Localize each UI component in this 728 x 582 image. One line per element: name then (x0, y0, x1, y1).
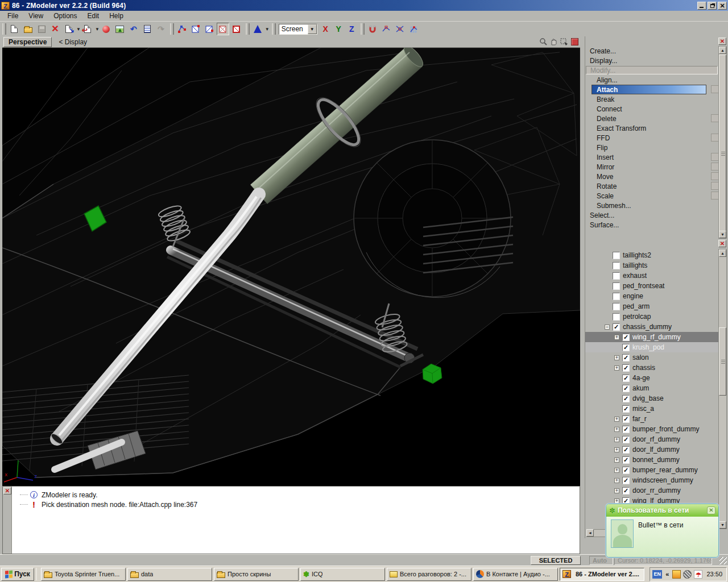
tree-item-krush_pod[interactable]: ✓krush_pod (585, 342, 719, 352)
expand-icon[interactable]: + (614, 427, 619, 432)
command-align[interactable]: Align... (585, 75, 719, 85)
command-panel-close-icon[interactable]: ✕ (718, 38, 726, 45)
task-button[interactable]: ✽ICQ (300, 568, 385, 581)
menu-file[interactable]: File (2, 11, 23, 20)
expand-icon[interactable]: + (614, 498, 619, 504)
command-insert[interactable]: Insert (585, 152, 719, 162)
popup-body[interactable]: Bullet™ в сети (606, 517, 718, 558)
menu-view[interactable]: View (23, 11, 48, 20)
tray-download-icon[interactable] (672, 570, 681, 579)
command-checkbox[interactable] (711, 134, 719, 142)
command-checkbox[interactable] (711, 114, 719, 122)
tree-item-door_rf_dummy[interactable]: +✓door_rf_dummy (585, 434, 719, 444)
expand-icon[interactable]: + (614, 365, 619, 371)
visibility-checkbox[interactable]: ✓ (622, 415, 630, 423)
scroll-down-icon[interactable]: ▼ (719, 231, 726, 238)
log-panel-close-icon[interactable]: ✕ (3, 487, 11, 494)
viewport-3d[interactable]: x z (2, 48, 580, 486)
visibility-checkbox[interactable] (613, 272, 620, 280)
tree-item-ped_frontseat[interactable]: ped_frontseat (585, 281, 719, 291)
visibility-checkbox[interactable]: ✓ (622, 334, 630, 341)
snap-grid-button[interactable] (407, 23, 420, 35)
tree-item-salon[interactable]: +✓salon (585, 352, 719, 363)
visibility-checkbox[interactable] (613, 262, 620, 269)
expand-icon[interactable]: + (614, 437, 619, 442)
visibility-checkbox[interactable]: ✓ (622, 426, 630, 433)
language-indicator[interactable]: EN (652, 570, 662, 579)
start-button[interactable]: Пуск (1, 568, 34, 581)
task-button[interactable]: В Контакте | Аудио -... (473, 568, 558, 581)
expand-icon[interactable]: + (614, 458, 619, 463)
tree-item-engine[interactable]: engine (585, 291, 719, 301)
command-select[interactable]: Select... (585, 210, 719, 220)
tree-item-chassis[interactable]: +✓chassis (585, 363, 719, 373)
expand-icon[interactable]: + (614, 335, 619, 340)
tree-item-exhaust[interactable]: exhaust (585, 271, 719, 281)
visibility-checkbox[interactable]: ✓ (622, 446, 630, 454)
tray-collapse-button[interactable]: « (664, 571, 670, 577)
restore-button[interactable] (708, 2, 717, 10)
menu-edit[interactable]: Edit (82, 11, 105, 20)
region-select-button[interactable] (559, 38, 569, 47)
command-checkbox[interactable] (711, 163, 719, 171)
tree-item-wing_rf_dummy[interactable]: +✓wing_rf_dummy (585, 332, 719, 342)
visibility-checkbox[interactable] (613, 252, 620, 259)
visibility-checkbox[interactable]: ✓ (622, 364, 630, 372)
tree-item-door_rr_dummy[interactable]: +✓door_rr_dummy (585, 485, 719, 496)
visibility-checkbox[interactable]: ✓ (622, 467, 630, 474)
notes-button[interactable] (141, 23, 154, 35)
expand-icon[interactable]: + (614, 447, 619, 452)
objects-mode-button[interactable] (230, 23, 243, 35)
visibility-checkbox[interactable]: ✓ (622, 436, 630, 443)
command-display[interactable]: Display... (585, 56, 719, 65)
command-delete[interactable]: Delete (585, 114, 719, 123)
export-button[interactable]: ↩ (81, 23, 94, 35)
toolbar-grip[interactable] (170, 23, 174, 35)
command-scale[interactable]: Scale (585, 191, 719, 201)
toolbar-grip[interactable] (246, 23, 250, 35)
close-button[interactable]: ✕ (718, 2, 727, 10)
material-editor-button[interactable] (100, 23, 113, 35)
scroll-thumb[interactable] (719, 327, 726, 396)
collapse-icon[interactable]: − (605, 325, 610, 330)
visibility-checkbox[interactable]: ✓ (613, 323, 620, 331)
axis-y-button[interactable]: Y (333, 23, 345, 35)
command-surface[interactable]: Surface... (585, 220, 719, 230)
cone-tool-button[interactable] (251, 23, 264, 35)
tree-item-taillights[interactable]: taillights (585, 260, 719, 271)
polygons-mode-button[interactable] (217, 23, 229, 35)
visibility-checkbox[interactable]: ✓ (622, 385, 630, 392)
toolbar-grip[interactable] (361, 23, 365, 35)
toolbar-grip[interactable] (272, 23, 276, 35)
viewport-mode-button[interactable]: Perspective (3, 37, 52, 47)
visibility-checkbox[interactable] (613, 313, 620, 321)
task-button[interactable]: Всего разговоров: 2 -... (387, 568, 471, 581)
tree-item-petrolcap[interactable]: petrolcap (585, 311, 719, 322)
tree-item-windscreen_dummy[interactable]: +✓windscreen_dummy (585, 475, 719, 485)
delete-button[interactable]: ✕ (49, 23, 61, 35)
tree-item-taillights2[interactable]: taillights2 (585, 250, 719, 260)
tree-item-dvig_base[interactable]: ✓dvig_base (585, 393, 719, 404)
scroll-up-icon[interactable]: ▲ (719, 47, 726, 54)
command-checkbox[interactable] (711, 85, 719, 93)
axis-x-button[interactable]: X (320, 23, 332, 35)
command-break[interactable]: Break (585, 94, 719, 104)
import-dropdown[interactable]: ▼ (76, 27, 81, 32)
open-file-button[interactable] (22, 23, 34, 35)
tree-item-bumper_rear_dummy[interactable]: +✓bumper_rear_dummy (585, 465, 719, 475)
tray-antivirus-icon[interactable]: ☂ (694, 570, 702, 579)
task-button[interactable]: Просто скрины (214, 568, 299, 581)
command-attach[interactable]: Attach (585, 85, 719, 94)
zoom-tool-button[interactable] (539, 38, 548, 47)
combo-dropdown-icon[interactable]: ▼ (308, 24, 317, 34)
scroll-left-icon[interactable]: ◄ (586, 529, 594, 537)
command-rotate[interactable]: Rotate (585, 181, 719, 191)
command-move[interactable]: Move (585, 172, 719, 181)
task-button[interactable]: Z86 - ZModeler ver 2.... (560, 568, 644, 581)
snap-vertex-button[interactable] (380, 23, 392, 35)
visibility-checkbox[interactable]: ✓ (622, 354, 630, 361)
visibility-checkbox[interactable] (613, 282, 620, 290)
cone-dropdown[interactable]: ▼ (265, 27, 270, 32)
pan-tool-button[interactable] (549, 38, 559, 47)
tree-item-misc_a[interactable]: ✓misc_a (585, 404, 719, 414)
